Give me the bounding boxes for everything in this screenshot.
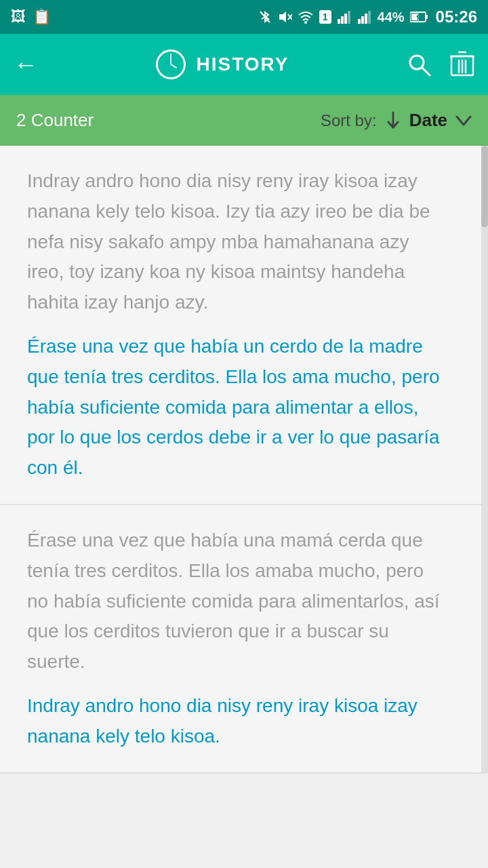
page-title: HISTORY bbox=[197, 54, 289, 75]
volume-muted-icon bbox=[277, 9, 292, 24]
counter-label: 2 Counter bbox=[16, 110, 94, 131]
sort-by-label: Sort by: bbox=[321, 111, 377, 130]
signal1-icon bbox=[337, 10, 352, 24]
scrollbar-thumb[interactable] bbox=[481, 146, 488, 227]
svg-rect-14 bbox=[426, 15, 428, 19]
svg-rect-12 bbox=[368, 11, 371, 24]
content-area: Indray andro hono dia nisy reny iray kis… bbox=[0, 146, 488, 774]
sort-arrow-icon bbox=[385, 111, 401, 130]
svg-rect-6 bbox=[341, 16, 344, 24]
signal2-icon bbox=[357, 10, 372, 24]
image-icon: 🖼 bbox=[11, 8, 26, 26]
status-time: 05:26 bbox=[436, 7, 477, 26]
battery-percent: 44% bbox=[378, 9, 405, 25]
history-clock-icon bbox=[156, 50, 186, 79]
top-app-bar: ← HISTORY bbox=[0, 34, 488, 95]
sort-bar: 2 Counter Sort by: Date bbox=[0, 95, 488, 146]
delete-icon[interactable] bbox=[450, 51, 474, 78]
sim1-badge: 1 bbox=[319, 10, 331, 24]
search-icon[interactable] bbox=[407, 52, 431, 77]
status-bar-right: 1 44% 05:26 bbox=[258, 7, 477, 26]
svg-rect-7 bbox=[344, 14, 347, 24]
scrollbar[interactable] bbox=[481, 146, 488, 774]
sort-controls[interactable]: Sort by: Date bbox=[321, 110, 472, 131]
clipboard-icon: 📋 bbox=[33, 8, 51, 26]
sort-date-label: Date bbox=[409, 110, 447, 131]
history-item-gray-text: Indray andro hono dia nisy reny iray kis… bbox=[27, 166, 447, 318]
title-area: HISTORY bbox=[156, 50, 289, 79]
svg-rect-10 bbox=[361, 16, 364, 24]
history-item: Indray andro hono dia nisy reny iray kis… bbox=[0, 146, 488, 505]
battery-icon bbox=[410, 11, 428, 23]
dropdown-arrow-icon[interactable] bbox=[455, 114, 472, 127]
history-item-blue-text: Érase una vez que había un cerdo de la m… bbox=[27, 332, 447, 484]
wifi-icon bbox=[298, 10, 314, 24]
bluetooth-muted-icon bbox=[258, 9, 272, 24]
history-item-blue-text: Indray andro hono dia nisy reny iray kis… bbox=[27, 691, 447, 752]
status-bar: 🖼 📋 1 bbox=[0, 0, 488, 34]
svg-point-4 bbox=[304, 21, 307, 24]
svg-line-20 bbox=[422, 68, 430, 75]
svg-rect-5 bbox=[338, 19, 340, 24]
history-item-gray-text: Érase una vez que había una mamá cerda q… bbox=[27, 526, 447, 677]
svg-rect-8 bbox=[348, 11, 350, 24]
svg-rect-11 bbox=[365, 14, 367, 24]
back-button[interactable]: ← bbox=[14, 50, 38, 79]
svg-rect-9 bbox=[358, 19, 361, 24]
history-item: Érase una vez que había una mamá cerda q… bbox=[0, 505, 488, 774]
status-bar-left: 🖼 📋 bbox=[11, 8, 51, 26]
svg-marker-1 bbox=[279, 12, 286, 22]
top-bar-actions bbox=[407, 51, 474, 78]
